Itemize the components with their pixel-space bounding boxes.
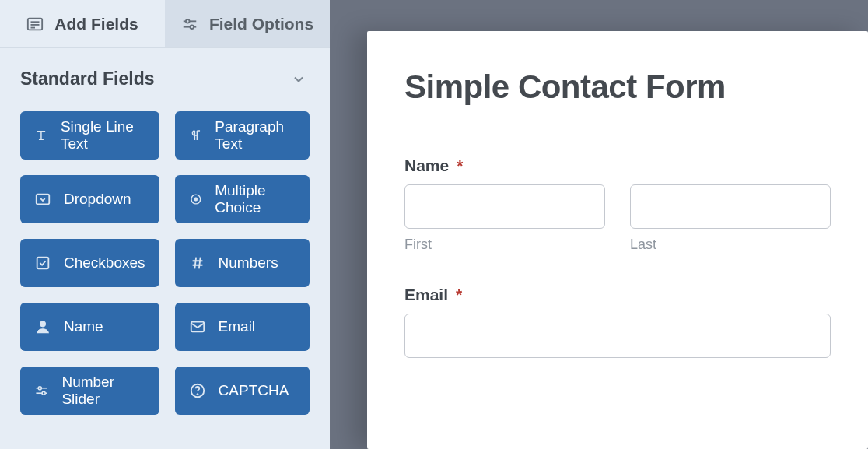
required-asterisk: * (456, 286, 462, 304)
first-sublabel: First (404, 237, 605, 253)
email-input[interactable] (404, 314, 831, 358)
field-label: Checkboxes (64, 254, 145, 272)
tabs: Add Fields Field Options (0, 0, 330, 48)
section-title: Standard Fields (20, 68, 155, 89)
first-name-input[interactable] (404, 184, 605, 229)
section-standard-fields-header[interactable]: Standard Fields (0, 48, 330, 97)
radio-icon (189, 191, 203, 208)
user-icon (34, 318, 51, 335)
svg-point-16 (38, 387, 41, 390)
name-field-block[interactable]: Name * First Last (404, 156, 831, 253)
tab-add-fields[interactable]: Add Fields (0, 0, 165, 47)
chevron-down-icon (291, 72, 306, 87)
sliders-icon (181, 16, 198, 33)
tab-add-label: Add Fields (54, 15, 138, 33)
required-asterisk: * (457, 156, 463, 175)
field-label: CAPTCHA (219, 382, 289, 399)
svg-point-19 (197, 394, 198, 395)
last-sublabel: Last (630, 237, 831, 253)
svg-point-7 (190, 25, 194, 29)
field-numbers[interactable]: Numbers (175, 239, 310, 287)
field-checkboxes[interactable]: Checkboxes (20, 239, 159, 287)
paragraph-icon (189, 127, 203, 144)
field-label: Dropdown (64, 191, 131, 208)
svg-point-12 (40, 321, 45, 327)
dropdown-icon (34, 191, 51, 208)
email-label: Email * (404, 286, 831, 304)
svg-rect-11 (37, 258, 49, 269)
field-paragraph-text[interactable]: Paragraph Text (175, 111, 310, 160)
field-label: Paragraph Text (215, 118, 296, 153)
last-name-input[interactable] (630, 184, 831, 229)
svg-point-17 (42, 391, 45, 395)
form-canvas: Simple Contact Form Name * First Last (330, 0, 868, 449)
hash-icon (189, 254, 206, 272)
svg-rect-8 (37, 195, 50, 205)
form-card[interactable]: Simple Contact Form Name * First Last (367, 31, 868, 449)
fields-grid: Single Line Text Paragraph Text Dropdown… (0, 97, 330, 429)
sidebar: Add Fields Field Options Standard Fields… (0, 0, 330, 449)
field-number-slider[interactable]: Number Slider (20, 367, 159, 415)
field-dropdown[interactable]: Dropdown (20, 175, 159, 223)
field-label: Number Slider (61, 374, 145, 408)
email-label-text: Email (404, 286, 448, 304)
field-name[interactable]: Name (20, 303, 159, 351)
mail-icon (189, 318, 206, 335)
question-icon (189, 382, 206, 399)
name-label-text: Name (404, 156, 449, 175)
form-title: Simple Contact Form (404, 68, 831, 106)
form-fields-icon (26, 16, 44, 33)
svg-point-10 (194, 198, 197, 201)
field-single-line-text[interactable]: Single Line Text (20, 111, 159, 160)
field-label: Multiple Choice (215, 182, 296, 216)
field-label: Numbers (219, 254, 278, 272)
tab-field-options[interactable]: Field Options (165, 0, 330, 47)
field-label: Email (219, 318, 256, 335)
slider-icon (34, 382, 49, 399)
text-icon (34, 127, 48, 144)
field-captcha[interactable]: CAPTCHA (175, 367, 310, 415)
checkbox-icon (34, 254, 51, 272)
field-email[interactable]: Email (175, 303, 310, 351)
name-label: Name * (404, 156, 831, 175)
field-label: Name (64, 318, 103, 335)
tab-options-label: Field Options (209, 15, 313, 33)
divider (404, 128, 831, 128)
field-label: Single Line Text (61, 118, 145, 153)
email-field-block[interactable]: Email * (404, 286, 831, 358)
svg-point-6 (186, 19, 190, 23)
field-multiple-choice[interactable]: Multiple Choice (175, 175, 310, 223)
